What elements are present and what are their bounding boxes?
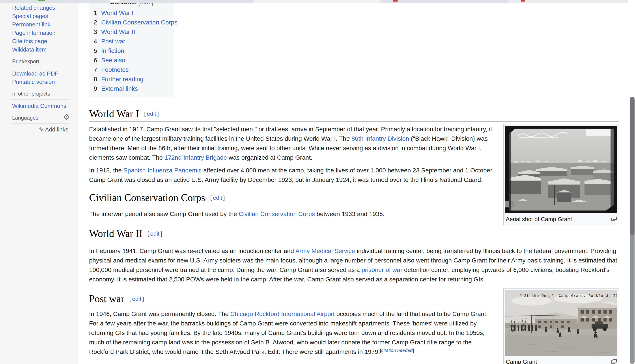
toc-number: 4 [94,36,99,46]
edit-bracket: [ [144,110,146,117]
sidebar-item-printable-version[interactable]: Printable version [12,78,78,86]
edit-bracket: [ [129,296,131,302]
toc-link-in-fiction[interactable]: In fiction [101,47,124,54]
toc-link-further-reading[interactable]: Further reading [101,76,143,82]
toc-item: 3World War II [94,27,169,36]
toc-link-post-war[interactable]: Post war [101,38,125,45]
toc-number: 7 [94,65,99,74]
section-heading-world-war-i: World War I[edit] [89,107,619,122]
wiki-sidebar: Related changes Special pages Permanent … [0,3,78,133]
inline-link[interactable]: Chicago Rockford International Airport [231,310,335,317]
add-links-button[interactable]: ✎Add links [12,126,68,133]
heading-text: World War I [89,108,139,119]
table-of-contents: Contents [hide] 1World War I 2Civilian C… [89,3,174,97]
heading-text: Post war [89,293,124,304]
toc-link-footnotes[interactable]: Footnotes [101,66,129,73]
toc-item: 7Footnotes [94,65,169,74]
edit-section: [edit] [209,194,226,201]
edit-link[interactable]: edit [150,230,159,237]
toc-link-see-also[interactable]: See also [101,57,125,64]
toc-number: 5 [94,46,99,56]
inline-link[interactable]: Spanish Influenza Pandemic [123,167,202,174]
toc-hide-bracket: [ [138,3,140,6]
sidebar-heading-languages: Languages ⚙ [12,114,68,124]
sidebar-heading-print-export: Print/export [12,58,68,67]
toc-item: 2Civilian Conservation Corps [94,18,169,27]
paragraph-ww2: In February 1941, Camp Grant was re-acti… [89,246,619,284]
pencil-icon: ✎ [39,126,44,133]
toc-number: 8 [94,74,99,84]
postcard-photo-image[interactable]: ''Strike One,'' Camp Grant, Rockford, Il… [505,290,617,356]
add-links-label: Add links [45,126,69,133]
postcard-title-text: ''Strike One,'' Camp Grant, Rockford, Il… [519,294,617,298]
magnify-icon[interactable] [611,216,617,223]
scrollbar-track[interactable] [629,3,635,364]
thumbnail-aerial-shot: Aerial shot of Camp Grant [503,124,619,225]
edit-link[interactable]: edit [132,296,141,302]
browser-tab-strip [0,0,635,3]
edit-bracket: [ [210,194,212,201]
text-run: between 1933 and 1935. [315,210,384,217]
sidebar-item-wikidata-item[interactable]: Wikidata item [12,45,78,54]
text-run: In February 1941, Camp Grant was re-acti… [89,248,295,254]
toc-title: Contents [110,3,136,6]
chrome-corner [628,0,635,3]
article-content: Contents [hide] 1World War I 2Civilian C… [78,3,635,364]
toc-number: 2 [94,18,99,27]
scrollbar-thumb[interactable] [630,97,634,235]
inline-link[interactable]: prisoner of war [362,266,402,273]
toc-item: 5In fiction [94,46,169,56]
toc-item: 1World War I [94,8,169,18]
inline-link[interactable]: 86th Infantry Division [351,135,409,142]
browser-tab[interactable] [254,0,380,3]
gear-icon[interactable]: ⚙ [63,114,70,120]
text-run: ] [413,348,414,353]
languages-label: Languages [12,115,38,121]
aerial-photo-image[interactable] [505,126,617,214]
edit-section: [edit] [143,110,160,117]
sidebar-item-page-information[interactable]: Page information [12,29,78,37]
tab-notch [110,0,120,2]
toc-number: 6 [94,56,99,65]
toc-link-world-war-ii[interactable]: World War II [101,28,135,35]
toc-item: 9External links [94,84,169,93]
toc-number: 9 [94,84,99,93]
thumbnail-caption: Aerial shot of Camp Grant [505,214,617,224]
edit-section: [edit] [146,230,163,237]
aerial-photo-art [505,126,617,213]
toc-link-world-war-i[interactable]: World War I [101,10,133,16]
magnify-icon[interactable] [611,359,617,364]
toc-item: 6See also [94,56,169,65]
sidebar-item-special-pages[interactable]: Special pages [12,12,78,20]
edit-link[interactable]: edit [147,110,156,117]
toc-link-civilian-conservation-corps[interactable]: Civilian Conservation Corps [101,19,177,26]
inline-link[interactable]: 172nd Infantry Brigade [164,154,227,161]
edit-link[interactable]: edit [213,194,222,201]
sidebar-item-wikimedia-commons[interactable]: Wikimedia Commons [12,102,78,110]
favicon-red [521,0,525,2]
sidebar-item-download-as-pdf[interactable]: Download as PDF [12,69,78,78]
sidebar-item-permanent-link[interactable]: Permanent link [12,20,78,29]
toc-hide-link[interactable]: hide [140,3,152,6]
toc-number: 3 [94,27,99,36]
text-run: In 1946, Camp Grant was permanently clos… [89,310,231,317]
text-run: In 1918, the [89,167,123,174]
edit-bracket: [ [147,230,149,237]
toc-link-external-links[interactable]: External links [101,85,138,92]
inline-link[interactable]: citation needed [381,348,412,353]
heading-text: Civilian Conservation Corps [89,192,205,203]
caption-text: Aerial shot of Camp Grant [506,216,572,222]
favicon-red [393,0,397,2]
sidebar-item-related-changes[interactable]: Related changes [12,4,78,12]
tab-divider [508,0,508,3]
text-run: was organized at Camp Grant. [227,154,312,161]
toc-hide-bracket: ] [152,3,153,6]
postcard-photo-art [505,290,617,356]
edit-bracket: ] [223,194,225,201]
sidebar-heading-other-projects: In other projects [12,90,68,100]
sidebar-item-cite-this-page[interactable]: Cite this page [12,37,78,45]
inline-link[interactable]: Civilian Conservation Corps [239,210,315,217]
inline-link[interactable]: Army Medical Service [295,248,355,254]
browser-tab[interactable] [508,0,628,3]
edit-section: [edit] [128,296,145,302]
